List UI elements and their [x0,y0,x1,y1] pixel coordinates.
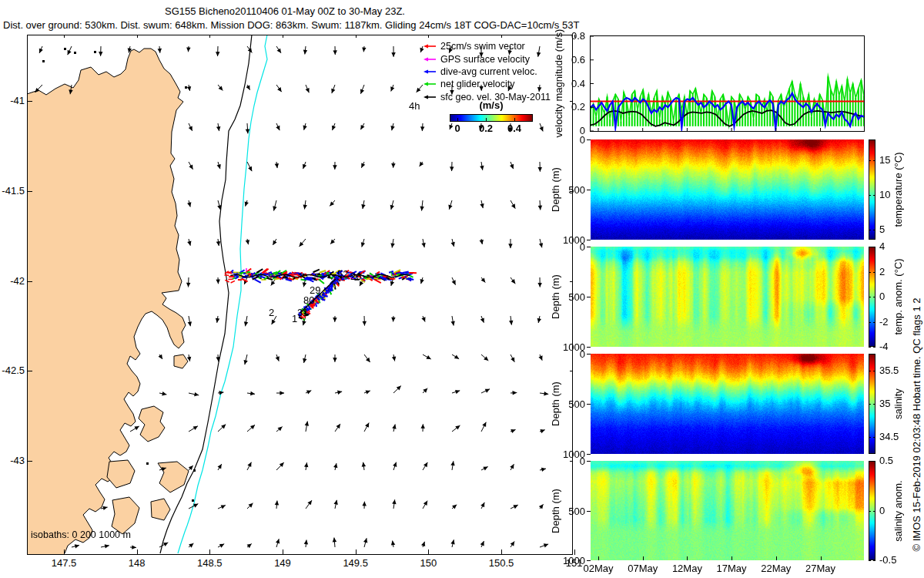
waypoint-label: 26 [350,271,361,282]
date-tick [643,556,644,560]
colorbar-tick [873,404,875,405]
map-y-tick-label: -41 [0,96,25,106]
salinity-anomaly-section-canvas [591,461,864,560]
legend-item-label: 25cm/s swim vector [440,41,525,52]
map-y-tick-label: -41.5 [0,186,25,197]
depth-tick [587,347,591,348]
velocity-chart-canvas [591,36,864,131]
colorbar-tick [873,371,875,371]
colorbar-tick [873,511,875,512]
depth-tick [587,560,591,561]
depth-tick [587,461,591,462]
legend-item-label: net glider velocity [440,79,515,89]
depth-tick [587,240,591,240]
velocity-y-tick-label: 0.2 [551,102,585,113]
map-x-tick [64,549,65,555]
colorbar-tick [873,461,875,462]
depth-tick [587,247,591,247]
map-y-tick-label: -43 [0,455,25,466]
legend-colorbar-tick [457,118,458,122]
legend-arrow-icon [422,42,437,50]
map-x-tick [283,35,283,38]
date-tick-label: 12May [665,563,708,574]
map-y-tick [27,101,32,102]
date-tick [821,556,822,560]
depth-tick-label: 0 [551,242,585,253]
map-y-tick [27,191,32,192]
legend-colorbar-tick-label: 0 [446,123,469,134]
map-x-tick-label: 150.5 [482,558,521,569]
map-y-tick [27,281,32,282]
legend-colorbar-tick [486,118,487,122]
colorbar-tick [869,247,871,247]
colorbar-tick [873,347,875,348]
depth-tick-label: 0 [551,456,585,467]
waypoint-label: 1 [292,314,297,324]
legend-colorbar-title: (m/s) [460,100,522,111]
colorbar-title: temp. anom. (°C) [893,235,904,358]
depth-tick-label: 500 [551,185,585,196]
map-y-tick [570,281,573,282]
date-tick-label: 07May [621,563,665,574]
legend-duration-note: 4h [409,101,420,112]
figure-subtitle: Dist. over ground: 530km. Dist. swum: 64… [3,20,604,31]
waypoint-label: 52 [337,269,348,280]
colorbar-tick-label: 2 [879,267,885,277]
colorbar-tick [873,297,875,297]
colorbar-tick-label: 0.5 [879,455,893,466]
depth-tick [587,297,591,297]
map-x-tick [501,549,502,555]
depth-tick-label: 0 [551,135,585,146]
map-y-tick [27,461,32,462]
map-vector-field-canvas [27,35,573,555]
colorbar-tick [869,272,871,273]
legend-colorbar [450,114,533,122]
colorbar-tick [869,322,871,323]
date-tick [732,556,732,560]
legend-item: net glider velocity [422,78,551,90]
velocity-y-tick-label: 0.8 [551,31,585,42]
map-x-tick-label: 148 [118,558,156,569]
depth-tick-label: 500 [551,292,585,303]
depth-tick [587,454,591,455]
colorbar-tick [869,560,871,561]
colorbar-title: salinity anom. [893,449,904,573]
legend-arrow-icon [422,93,437,101]
colorbar-tick [869,404,871,405]
map-x-tick [574,549,575,555]
colorbar-tick-label: 4 [879,241,885,252]
date-tick-label: 17May [710,563,753,574]
map-x-tick [428,35,429,38]
map-x-tick-label: 147.5 [45,558,83,569]
colorbar-tick-label: 10 [879,190,890,200]
colorbar-tick [873,160,875,161]
depth-tick-label: 500 [551,399,585,410]
map-x-tick [356,35,357,38]
legend-item-label: dive-avg current veloc. [440,66,537,77]
colorbar-tick [869,437,871,438]
colorbar-tick [869,230,871,230]
colorbar-title: temperature (°C) [893,128,904,251]
temperature-section-colorbar [869,139,875,240]
figure-root: SG155 Bicheno20110406 01-May 00Z to 30-M… [0,0,924,578]
legend-item-label: GPS surface velocity [440,54,530,65]
colorbar-tick [869,160,871,161]
colorbar-tick [873,437,875,438]
velocity-y-tick-label: 0.4 [551,79,585,89]
colorbar-tick [873,560,875,561]
map-x-tick [137,549,138,555]
map-x-tick-label: 149.5 [336,558,375,569]
map-x-tick-label: 148.5 [190,558,229,569]
temperature-section-canvas [591,139,864,240]
date-tick [687,556,688,560]
date-tick [776,556,777,560]
map-y-tick [27,371,32,371]
depth-tick [587,511,591,512]
depth-tick [587,354,591,355]
colorbar-tick [873,247,875,247]
figure-title: SG155 Bicheno20110406 01-May 00Z to 30-M… [46,6,524,17]
map-x-tick [283,549,283,555]
map-x-tick [501,35,502,38]
date-tick-label: 02May [577,563,620,574]
legend-colorbar-tick [514,118,515,122]
